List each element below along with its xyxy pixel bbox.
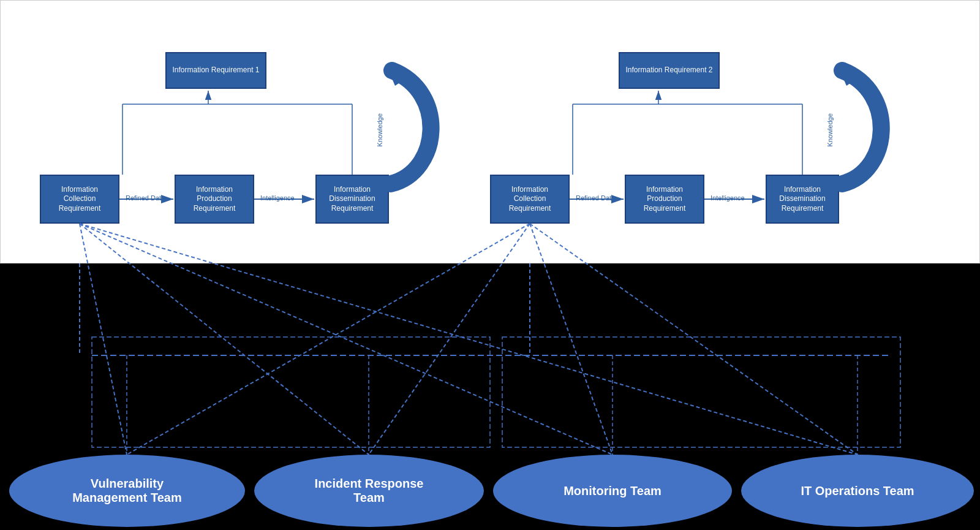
team-incident: Incident ResponseTeam [254,455,484,527]
left-info-requirement-box: Information Requirement 1 [165,52,266,89]
right-info-requirement-box: Information Requirement 2 [619,52,720,89]
left-intelligence-label: Intelligence [260,194,295,202]
right-dissemination-box: InformationDisseminationRequirement [766,175,839,224]
team-vulnerability: VulnerabilityManagement Team [9,455,245,527]
left-collection-box: InformationCollectionRequirement [40,175,119,224]
right-refined-label: Refined Data [576,194,615,202]
team-monitoring: Monitoring Team [493,455,732,527]
right-knowledge-label: Knowledge [826,113,834,146]
right-collection-box: InformationCollectionRequirement [490,175,570,224]
left-refined-label: Refined Data [126,194,165,202]
left-knowledge-label: Knowledge [376,113,383,146]
left-dissemination-box: InformationDisseminationRequirement [315,175,389,224]
team-it-ops: IT Operations Team [741,455,974,527]
right-production-box: InformationProductionRequirement [625,175,704,224]
left-production-box: InformationProductionRequirement [175,175,254,224]
right-intelligence-label: Intelligence [710,194,745,202]
